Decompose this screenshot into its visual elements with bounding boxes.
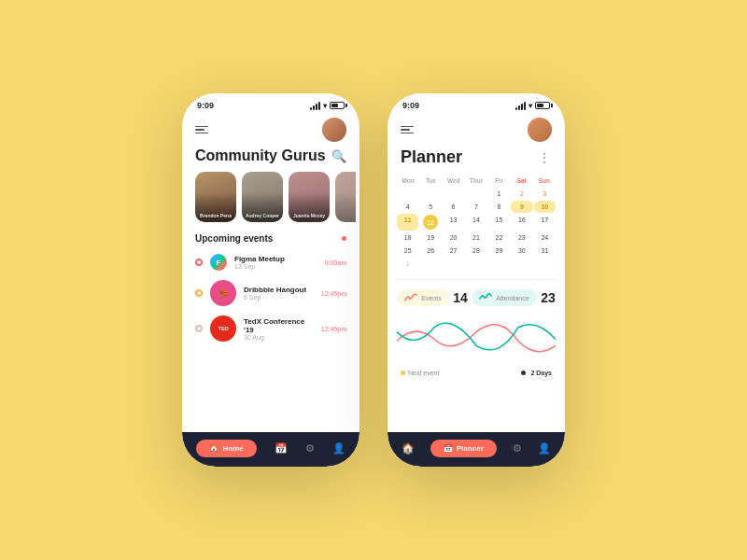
event-indicator-dribbble [195, 289, 203, 297]
cal-day-31[interactable]: 31 [534, 245, 556, 257]
cal-day-30[interactable]: 30 [511, 245, 532, 257]
cal-day-13[interactable]: 13 [443, 214, 464, 231]
status-icons-1: ▾ [310, 102, 345, 110]
attendance-chart-icon [479, 293, 492, 302]
attendance-stat: Attendance [472, 289, 536, 306]
figma-icon: F [210, 254, 227, 271]
wifi-icon: ▾ [323, 102, 327, 110]
page-title: Community Gurus [195, 147, 326, 164]
cal-day-3[interactable]: 3 [534, 188, 556, 200]
cal-day-1[interactable]: 1 [488, 188, 510, 200]
cal-day-15[interactable]: 15 [488, 214, 510, 231]
home-nav-icon-2[interactable]: 🏠 [402, 442, 415, 455]
cal-day-5[interactable]: 5 [419, 201, 441, 213]
home-nav-button[interactable]: 🏠 Home [196, 440, 256, 457]
battery-icon [330, 102, 345, 109]
menu-icon-2[interactable] [401, 126, 414, 134]
planner-header [388, 114, 565, 147]
event-indicator-ted [195, 325, 203, 332]
day-label-mon: Mon [397, 176, 419, 185]
menu-icon[interactable] [195, 126, 208, 134]
planner-title: Planner [401, 147, 462, 167]
cal-empty [419, 188, 441, 200]
cal-day-6[interactable]: 6 [443, 201, 464, 213]
next-event-row: Next event 2 Days [388, 368, 565, 380]
cal-day-24[interactable]: 24 [534, 231, 556, 244]
cal-day-21[interactable]: 21 [465, 231, 486, 244]
search-icon[interactable]: 🔍 [331, 149, 346, 163]
event-info-figma: Figma Meetup 12 Sep [234, 255, 317, 270]
cal-day-9[interactable]: 9 [511, 201, 532, 213]
guru-card-juanita[interactable]: Juanita Mccey [289, 172, 330, 222]
day-label-fri: Fri [487, 176, 510, 185]
cal-day-25[interactable]: 25 [397, 245, 418, 257]
attendance-count: 23 [541, 290, 556, 305]
cal-day-18[interactable]: 18 [397, 231, 418, 244]
cal-day-11[interactable]: 11 [397, 214, 418, 231]
day-label-wed: Wed [443, 176, 465, 185]
cal-day-19[interactable]: 19 [419, 231, 441, 244]
cal-day-17[interactable]: 17 [534, 214, 556, 231]
home-nav-icon: 🏠 [209, 444, 218, 453]
cal-day-2[interactable]: 2 [511, 188, 532, 200]
status-bar-1: 9:09 ▾ [182, 93, 359, 114]
cal-day-22[interactable]: 22 [488, 231, 510, 244]
cal-day-29[interactable]: 29 [488, 245, 510, 257]
guru-card-brandon[interactable]: Brandon Pena [195, 172, 236, 222]
cal-day-8[interactable]: 8 [488, 201, 510, 213]
cal-empty [397, 188, 418, 200]
cal-day-28[interactable]: 28 [465, 245, 486, 257]
cal-empty [465, 188, 486, 200]
profile-nav-icon-2[interactable]: 👤 [538, 442, 551, 455]
day-label-thur: Thur [465, 176, 487, 185]
sliders-nav-icon-2[interactable]: ⚙ [513, 442, 522, 455]
cal-day-next-1[interactable]: 1 [397, 258, 418, 270]
home-nav-label: Home [222, 444, 243, 453]
upcoming-label-row: Upcoming events [182, 231, 359, 249]
gurus-strip: Brandon Pena Audrey Cooper Juanita Mccey [182, 172, 359, 231]
signal-icon-2 [515, 102, 526, 110]
event-item-figma[interactable]: F Figma Meetup 12 Sep 9:00am [182, 249, 359, 275]
cal-day-12-today[interactable]: 12 [423, 215, 438, 230]
planner-nav-button[interactable]: 📅 Planner [430, 440, 497, 457]
cal-empty [443, 188, 464, 200]
event-item-dribbble[interactable]: 🏀 Dribbble Hangout 6 Sep 12:45pm [182, 275, 359, 311]
bottom-nav-2: 🏠 📅 Planner ⚙ 👤 [388, 432, 565, 467]
signal-icon [310, 102, 320, 110]
profile-nav-icon[interactable]: 👤 [332, 442, 345, 455]
cal-day-14[interactable]: 14 [465, 214, 486, 231]
calendar-grid[interactable]: 1 2 3 4 5 6 7 8 9 10 11 [397, 188, 556, 270]
calendar-day-headers: Mon Tue Wed Thur Fri Sat Sun [397, 176, 556, 185]
status-time-2: 9:09 [402, 101, 419, 110]
dribbble-icon: 🏀 [210, 280, 236, 306]
guru-card-audrey[interactable]: Audrey Cooper [242, 172, 283, 222]
phone-community: 9:09 ▾ [182, 93, 359, 467]
wifi-icon-2: ▾ [529, 102, 532, 110]
avatar[interactable] [322, 118, 346, 142]
ted-icon: TED [210, 315, 236, 342]
stats-row: Events 14 Attendance 23 [388, 284, 565, 312]
events-count: 14 [453, 290, 468, 305]
cal-day-16[interactable]: 16 [511, 214, 532, 231]
status-time-1: 9:09 [197, 101, 214, 110]
guru-card-4[interactable] [335, 172, 356, 222]
cal-day-27[interactable]: 27 [443, 245, 464, 257]
day-label-sun: Sun [533, 176, 556, 185]
avatar-2[interactable] [528, 118, 552, 142]
cal-day-7[interactable]: 7 [465, 201, 486, 213]
cal-day-26[interactable]: 26 [419, 245, 441, 257]
event-indicator-figma [195, 259, 203, 266]
planner-nav-label: Planner [457, 444, 484, 453]
cal-day-10[interactable]: 10 [534, 201, 556, 213]
cal-day-20[interactable]: 20 [443, 231, 464, 244]
calendar-nav-icon[interactable]: 📅 [275, 442, 288, 455]
more-options-icon[interactable]: ⋮ [538, 150, 552, 165]
event-item-ted[interactable]: TED TedX Conference '19 30 Aug 12:45pm [182, 311, 359, 346]
divider [397, 279, 556, 280]
next-event-dot [401, 371, 405, 375]
cal-day-23[interactable]: 23 [511, 231, 532, 244]
upcoming-dot [342, 236, 346, 241]
cal-day-4[interactable]: 4 [397, 201, 418, 213]
events-chart-icon [404, 293, 417, 302]
sliders-nav-icon[interactable]: ⚙ [305, 442, 315, 455]
